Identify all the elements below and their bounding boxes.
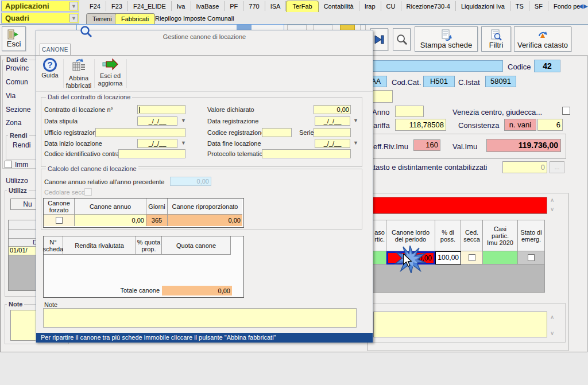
tab-terreni[interactable]: Terreni — [86, 13, 118, 24]
anno-input[interactable] — [395, 106, 424, 117]
giorni-cell[interactable]: 365 — [146, 215, 168, 226]
perc-possesso-cell[interactable]: 100,00 — [435, 251, 461, 265]
tab-contabilita[interactable]: Contabilità — [319, 1, 359, 11]
coeff-riv-imu-field[interactable]: 160 — [413, 139, 440, 151]
tab-iva[interactable]: Iva — [172, 1, 191, 11]
tab-isa[interactable]: ISA — [265, 1, 287, 11]
esci-ed-aggiorna-button[interactable]: Esci ed aggiorna — [96, 58, 125, 90]
toolbar-focused-control-partial[interactable] — [76, 24, 284, 30]
search-icon[interactable] — [80, 25, 92, 38]
imm-checkbox[interactable] — [5, 161, 12, 168]
categoria-field-partial[interactable] — [370, 90, 393, 103]
catasto-count-input[interactable]: 0 — [502, 161, 547, 173]
chevron-down-icon[interactable]: ▼ — [69, 14, 78, 22]
protocollo-label: Protocollo telematico — [207, 150, 266, 157]
stato-emerg-cell[interactable] — [518, 251, 545, 265]
verifica-catasto-button[interactable]: Verifica catasto — [514, 26, 571, 52]
search-icon — [396, 34, 408, 45]
canone-forzato-checkbox[interactable] — [56, 217, 63, 224]
col-canone-forzato: Canoneforzato — [44, 199, 75, 215]
riepilogo-imposte-link[interactable]: Riepilogo Imposte Comunali — [155, 15, 234, 22]
scroll-down-icon[interactable]: ∨ — [550, 207, 554, 212]
toolbar-button-partial[interactable] — [340, 25, 355, 30]
venezia-checkbox[interactable] — [562, 107, 570, 115]
tab-fabbricati-selected[interactable]: Fabbricati — [115, 13, 155, 24]
chevron-down-icon[interactable]: ▼ — [181, 118, 186, 123]
scroll-down-icon[interactable]: ∨ — [550, 330, 554, 336]
data-stipula-input[interactable]: _/_/__ — [137, 116, 177, 126]
data-reg-input[interactable]: _/_/__ — [315, 116, 350, 126]
utilizzo-label: Utilizzo — [6, 177, 28, 185]
chevron-down-icon[interactable]: ▼ — [69, 2, 78, 10]
help-icon: ? — [43, 58, 57, 72]
consistenza-input[interactable]: 6 — [537, 119, 563, 131]
quadri-label: Quadri — [2, 14, 69, 22]
search-button[interactable] — [393, 28, 411, 50]
data-fine-input[interactable]: _/_/__ — [315, 139, 350, 148]
ufficio-input[interactable] — [95, 128, 185, 137]
casi-partic-cell[interactable] — [483, 251, 518, 265]
quadri-dropdown[interactable]: Quadri ▼ — [1, 13, 79, 24]
toolbar-button-partial[interactable] — [287, 25, 307, 30]
contratto-group-label: Dati del contratto di locazione — [46, 94, 132, 100]
serie-input[interactable] — [314, 128, 351, 137]
tab-ts[interactable]: TS — [510, 1, 529, 11]
tab-liquidazioni-iva[interactable]: Liquidazioni Iva — [456, 1, 510, 11]
canone-forzato-cell[interactable] — [44, 215, 75, 226]
guida-button[interactable]: ? Guida — [38, 58, 61, 90]
tab-f24-elide[interactable]: F24_ELIDE — [128, 1, 172, 11]
tab-terfab-selected[interactable]: TerFab — [286, 1, 318, 12]
abbina-fabbricati-button[interactable]: Abbina fabbricati — [65, 58, 92, 90]
via-label: Via — [6, 92, 16, 100]
ced-secca-checkbox[interactable] — [469, 254, 475, 261]
esci-button[interactable]: Esci — [2, 26, 26, 51]
tab-irap[interactable]: Irap — [359, 1, 381, 11]
codice-field[interactable]: 42 — [534, 60, 560, 72]
tab-f23[interactable]: F23 — [106, 1, 128, 11]
stampa-schede-button[interactable]: Stampa schede — [415, 26, 478, 52]
codice-reg-input[interactable] — [262, 128, 292, 137]
codice-id-input[interactable] — [118, 149, 185, 158]
filtri-button[interactable]: Filtri — [481, 26, 511, 52]
data-inizio-input[interactable]: _/_/__ — [137, 139, 177, 148]
applicazioni-dropdown[interactable]: Applicazioni ▼ — [1, 1, 79, 11]
chevron-down-icon[interactable]: ▼ — [181, 140, 186, 146]
caso-partic-cell[interactable] — [372, 251, 386, 265]
tab-scroll-right-icon[interactable]: ▶ — [583, 3, 588, 9]
indirizzo-field[interactable] — [372, 60, 503, 72]
tab-f24[interactable]: F24 — [84, 1, 106, 11]
canone-riproporzionato-cell[interactable]: 0,00 — [168, 215, 242, 226]
consistenza-tipo-field[interactable]: n. vani — [504, 119, 536, 131]
scroll-up-icon[interactable]: ∧ — [550, 197, 554, 203]
tab-scroll-left-icon[interactable]: ◀ — [578, 3, 583, 9]
cistat-field[interactable]: 58091 — [485, 76, 516, 87]
note-right-textarea[interactable] — [373, 312, 547, 337]
tab-770[interactable]: 770 — [243, 1, 265, 11]
toolbar-button-partial[interactable] — [237, 25, 252, 30]
toolbar-button-partial[interactable] — [313, 25, 332, 30]
chevron-down-icon[interactable]: ▼ — [353, 140, 358, 146]
val-imu-field[interactable]: 119.736,00 — [486, 139, 561, 152]
canone-annuo-cell[interactable]: 0,00 — [75, 215, 146, 226]
tab-canone[interactable]: CANONE — [40, 44, 71, 56]
protocollo-input[interactable] — [262, 149, 351, 158]
tab-ivabase[interactable]: IvaBase — [191, 1, 225, 11]
scroll-up-icon[interactable]: ∧ — [550, 314, 554, 320]
valore-input[interactable]: 0,00 — [314, 105, 351, 114]
dati-immobile-group-label: Dati de — [5, 56, 29, 63]
dialog-note-textarea[interactable] — [43, 308, 357, 328]
catasto-more-button[interactable]: ... — [550, 161, 564, 173]
toolbar-button-partial[interactable] — [360, 25, 366, 30]
tab-cu[interactable]: CU — [381, 1, 401, 11]
codcat-field[interactable]: H501 — [423, 76, 455, 87]
verifica-catasto-label: Verifica catasto — [517, 41, 568, 49]
tariffa-input[interactable]: 118,78508 — [395, 119, 446, 131]
tab-sf[interactable]: SF — [529, 1, 548, 11]
stato-emerg-checkbox[interactable] — [528, 254, 535, 261]
tab-ricezione730[interactable]: Ricezione730-4 — [401, 1, 456, 11]
contratto-n-input[interactable] — [137, 105, 185, 114]
app-tab-strip: F24 F23 F24_ELIDE Iva IvaBase PF 770 ISA… — [84, 0, 578, 12]
chevron-down-icon[interactable]: ▼ — [353, 118, 358, 123]
tab-pf[interactable]: PF — [225, 1, 243, 11]
ced-secca-cell[interactable] — [461, 251, 483, 265]
